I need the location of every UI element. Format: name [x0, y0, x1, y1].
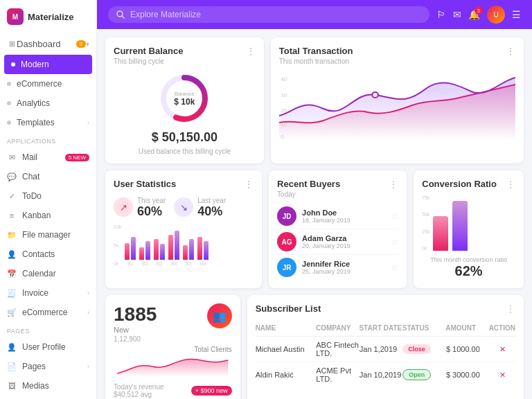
- notification-icon[interactable]: 🔔 3: [468, 9, 480, 20]
- cell-status: Open: [402, 369, 446, 380]
- sidebar-item-medias[interactable]: 🖼 Medias: [0, 376, 96, 396]
- cell-company: ACME Pvt LTD.: [316, 366, 360, 383]
- bar-label: B6: [200, 261, 206, 266]
- buyer-avatar: JD: [277, 206, 296, 226]
- bar-chart-container: 10k 5k 0k B1: [114, 224, 254, 266]
- status-badge-close: Close: [402, 344, 431, 354]
- bar: [183, 245, 188, 260]
- dashboard-label: Dashboard: [17, 39, 73, 49]
- bar-label: B1: [127, 261, 134, 266]
- new-clients-numbers: 1885 New: [114, 303, 157, 334]
- y-label: 50k: [422, 212, 429, 217]
- sidebar-item-user[interactable]: 👥 User 3 ›: [0, 396, 96, 399]
- this-year-label: This year: [137, 197, 166, 204]
- buyer-avatar: AG: [277, 232, 296, 251]
- svg-text:0: 0: [281, 134, 284, 140]
- pages-icon: 📄: [7, 362, 17, 371]
- buyers-menu-button[interactable]: ⋮: [389, 179, 398, 190]
- bar-label: B2: [142, 261, 148, 266]
- bar-group: B2: [139, 241, 150, 266]
- mini-chart-svg: [114, 356, 232, 377]
- star-icon[interactable]: ☆: [391, 211, 398, 221]
- donut-center: Balance $ 10k: [174, 91, 195, 107]
- balance-menu-button[interactable]: ⋮: [246, 46, 256, 57]
- sidebar: M Materialize ⊞ Dashboard 3 ▾ Modern eCo…: [0, 0, 97, 399]
- sidebar-item-analytics[interactable]: Analytics: [0, 94, 96, 113]
- buyer-row: AG Adam Garza 20, January 2019 ☆: [277, 229, 398, 255]
- chevron-right-icon: ›: [87, 290, 89, 296]
- search-box[interactable]: [108, 6, 429, 23]
- buyers-list: JD John Doe 18, January 2019 ☆ AG Adam G…: [277, 204, 398, 280]
- recent-buyers-card: Recent Buyers Today ⋮ JD John Doe 18, Ja…: [269, 170, 407, 288]
- sidebar-item-kanban[interactable]: ≡ Kanban: [0, 206, 96, 225]
- sidebar-item-modern[interactable]: Modern: [4, 55, 92, 74]
- conversion-card: Conversion Ratio ⋮ 75k 50k 25k 0k: [414, 170, 524, 288]
- y-label: 0k: [422, 246, 429, 251]
- content-area: Current Balance This billing cycle ⋮: [97, 29, 532, 399]
- subscriber-menu-button[interactable]: ⋮: [506, 303, 515, 314]
- transaction-menu-button[interactable]: ⋮: [506, 46, 515, 57]
- cell-company: ABC Fintech LTD.: [316, 341, 360, 357]
- bar-group: B1: [125, 237, 136, 266]
- sidebar-item-ecommerce2[interactable]: 🛒 eCommerce ›: [0, 303, 96, 322]
- sidebar-item-ecommerce[interactable]: eCommerce: [0, 74, 96, 94]
- sidebar-item-invoice[interactable]: 🧾 Invoice ›: [0, 283, 96, 303]
- trend-down-icon: ↘: [174, 197, 193, 217]
- col-name: NAME: [256, 324, 316, 332]
- sidebar-item-userprofile[interactable]: 👤 User Profile: [0, 337, 96, 357]
- conversion-menu-button[interactable]: ⋮: [506, 179, 515, 190]
- bar: [160, 244, 165, 260]
- bar: [139, 247, 144, 260]
- stats-menu-button[interactable]: ⋮: [244, 179, 254, 190]
- total-clients-label: Total Clients: [114, 346, 232, 353]
- contacts-icon: 👤: [7, 249, 17, 259]
- stat-this-year: ↗ This year 60%: [114, 195, 166, 219]
- menu-icon[interactable]: ☰: [512, 9, 521, 20]
- cell-status: Close: [402, 344, 446, 354]
- star-icon[interactable]: ☆: [391, 263, 398, 272]
- cell-amount: $ 1000.00: [446, 345, 490, 353]
- search-input[interactable]: [130, 10, 421, 19]
- star-icon[interactable]: ☆: [391, 237, 398, 247]
- calendar-icon: 📅: [7, 269, 17, 278]
- sidebar-item-calendar[interactable]: 📅 Calendar: [0, 264, 96, 283]
- sidebar-item-contacts[interactable]: 👤 Contacts: [0, 245, 96, 264]
- status-badge-open: Open: [402, 369, 431, 380]
- sidebar-dashboard-row[interactable]: ⊞ Dashboard 3 ▾: [0, 33, 96, 55]
- revenue-row: Today's revenue $40,512 avg + $900 new: [114, 383, 232, 398]
- sidebar-item-pages[interactable]: 📄 Pages ›: [0, 357, 96, 376]
- sidebar-item-templates[interactable]: Templates ›: [0, 113, 96, 132]
- sidebar-item-chat[interactable]: 💬 Chat: [0, 167, 96, 186]
- clients-icon: 👥: [207, 303, 232, 328]
- last-year-label: Last year: [197, 197, 226, 204]
- bar-y-labels: 10k 5k 0k: [114, 224, 121, 266]
- new-clients-top: 1885 New 👥: [114, 303, 232, 334]
- transaction-card-header: Total Transaction This month transaction…: [279, 46, 515, 65]
- new-clients-sub: 1,12,900: [114, 335, 232, 343]
- svg-text:10: 10: [281, 121, 287, 127]
- balance-card-subtitle: This billing cycle: [114, 57, 183, 65]
- applications-section-label: APPLICATIONS: [0, 132, 96, 148]
- sidebar-item-mail[interactable]: ✉ Mail 5 NEW: [0, 148, 96, 167]
- buyer-row: JD John Doe 18, January 2019 ☆: [277, 204, 398, 229]
- user-avatar[interactable]: U: [487, 6, 505, 24]
- email-icon[interactable]: ✉: [453, 9, 461, 20]
- donut-value: $ 10k: [174, 97, 195, 107]
- todo-icon: ✓: [7, 191, 17, 201]
- sidebar-item-label: eCommerce: [17, 79, 89, 89]
- bar: [168, 235, 173, 260]
- last-year-value: 40%: [197, 204, 226, 219]
- sidebar-item-label: Medias: [22, 381, 89, 391]
- cell-action[interactable]: ✕: [489, 371, 515, 380]
- conv-bar-col: [452, 201, 468, 251]
- col-status: STATUS: [402, 324, 445, 332]
- search-icon: [116, 10, 125, 19]
- sidebar-item-filemanager[interactable]: 📁 File manager: [0, 225, 96, 245]
- bar: [154, 239, 159, 260]
- sidebar-item-todo[interactable]: ✓ ToDo: [0, 186, 96, 206]
- conv-percent: 62%: [422, 263, 515, 279]
- sidebar-item-label: Pages: [22, 362, 82, 371]
- cell-action[interactable]: ✕: [489, 345, 515, 354]
- cell-name: Aldin Rakić: [256, 371, 317, 379]
- flag-icon[interactable]: 🏳: [436, 9, 446, 20]
